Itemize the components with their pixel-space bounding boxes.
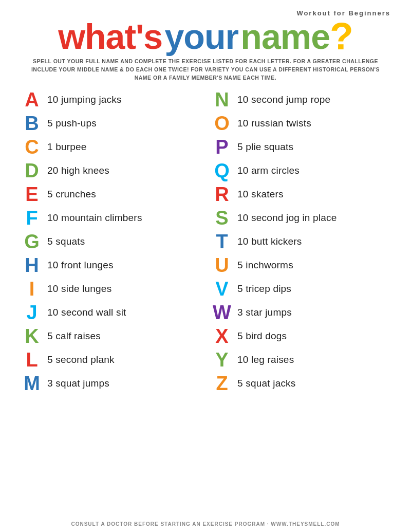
letter-badge: A [21,90,43,109]
page: Workout for Beginners what's your name ?… [0,0,411,532]
letter-badge: I [21,279,43,299]
footer: Consult a doctor before starting an exer… [71,521,340,527]
exercise-item: S10 second jog in place [206,206,396,230]
title-your: your [165,19,238,54]
letter-badge: O [211,114,233,133]
exercise-text: 10 mountain climbers [47,212,142,224]
letter-badge: L [21,350,43,370]
exercise-text: 10 second jog in place [237,212,337,224]
exercise-item: U5 inchworms [206,253,396,277]
exercise-text: 10 second wall sit [47,307,126,318]
exercise-item: M3 squat jumps [15,372,206,395]
exercise-item: Y10 leg raises [206,348,396,372]
title-name: name [240,19,330,54]
letter-badge: V [211,279,233,299]
exercise-item: Q10 arm circles [206,159,396,182]
letter-badge: B [21,114,43,133]
exercise-text: 10 arm circles [237,165,300,176]
exercise-item: X5 bird dogs [206,324,396,348]
exercise-item: V5 tricep dips [206,277,396,301]
exercise-text: 10 leg raises [237,354,294,365]
title-q: ? [330,17,353,56]
exercise-text: 10 russian twists [237,118,311,129]
letter-badge: H [21,255,43,275]
exercise-item: E5 crunches [15,182,206,206]
exercise-text: 5 squat jacks [237,378,296,389]
letter-badge: T [211,232,233,251]
letter-badge: S [211,208,233,228]
exercise-text: 5 push-ups [47,118,97,129]
exercise-item: W3 star jumps [206,301,396,324]
letter-badge: R [211,185,233,204]
letter-badge: F [21,208,43,228]
description: Spell out your full name and complete th… [31,58,380,82]
exercise-item: G5 squats [15,230,206,253]
letter-badge: Z [211,374,233,393]
exercise-text: 10 front lunges [47,260,114,271]
exercise-text: 5 inchworms [237,260,293,271]
exercise-item: D20 high knees [15,159,206,182]
exercise-item: F10 mountain climbers [15,206,206,230]
letter-badge: U [211,255,233,275]
main-title: what's your name ? [15,17,396,56]
exercise-text: 20 high knees [47,165,109,176]
exercise-item: I10 side lunges [15,277,206,301]
title-whats: what's [58,19,162,54]
letter-badge: E [21,185,43,204]
letter-badge: G [21,232,43,251]
exercise-text: 5 calf raises [47,331,101,342]
right-column: N10 second jump ropeO10 russian twistsP5… [206,88,396,517]
exercise-item: J10 second wall sit [15,301,206,324]
left-column: A10 jumping jacksB5 push-upsC1 burpeeD20… [15,88,206,517]
exercise-text: 10 second jump rope [237,94,330,105]
letter-badge: P [211,137,233,157]
exercise-item: C1 burpee [15,135,206,159]
exercise-text: 10 jumping jacks [47,94,122,105]
letter-badge: K [21,326,43,346]
letter-badge: M [21,374,43,393]
exercise-item: A10 jumping jacks [15,88,206,112]
exercise-text: 10 side lunges [47,283,111,295]
letter-badge: D [21,161,43,180]
exercise-text: 5 bird dogs [237,331,287,342]
letter-badge: Y [211,350,233,370]
exercise-text: 5 second plank [47,354,115,365]
exercise-text: 1 burpee [47,141,87,153]
exercise-text: 5 crunches [47,189,96,200]
exercise-grid: A10 jumping jacksB5 push-upsC1 burpeeD20… [15,88,396,517]
letter-badge: Q [211,161,233,180]
letter-badge: C [21,137,43,157]
exercise-item: Z5 squat jacks [206,372,396,395]
exercise-item: T10 butt kickers [206,230,396,253]
exercise-text: 3 squat jumps [47,378,109,389]
exercise-item: P5 plie squats [206,135,396,159]
exercise-text: 10 butt kickers [237,236,302,247]
exercise-item: K5 calf raises [15,324,206,348]
exercise-text: 5 tricep dips [237,283,291,295]
exercise-text: 5 plie squats [237,141,293,153]
exercise-item: O10 russian twists [206,112,396,135]
letter-badge: J [21,303,43,322]
letter-badge: X [211,326,233,346]
exercise-text: 3 star jumps [237,307,292,318]
exercise-text: 5 squats [47,236,85,247]
exercise-item: H10 front lunges [15,253,206,277]
exercise-text: 10 skaters [237,189,284,200]
exercise-item: L5 second plank [15,348,206,372]
letter-badge: N [211,90,233,109]
exercise-item: R10 skaters [206,182,396,206]
exercise-item: N10 second jump rope [206,88,396,112]
exercise-item: B5 push-ups [15,112,206,135]
letter-badge: W [211,303,233,322]
